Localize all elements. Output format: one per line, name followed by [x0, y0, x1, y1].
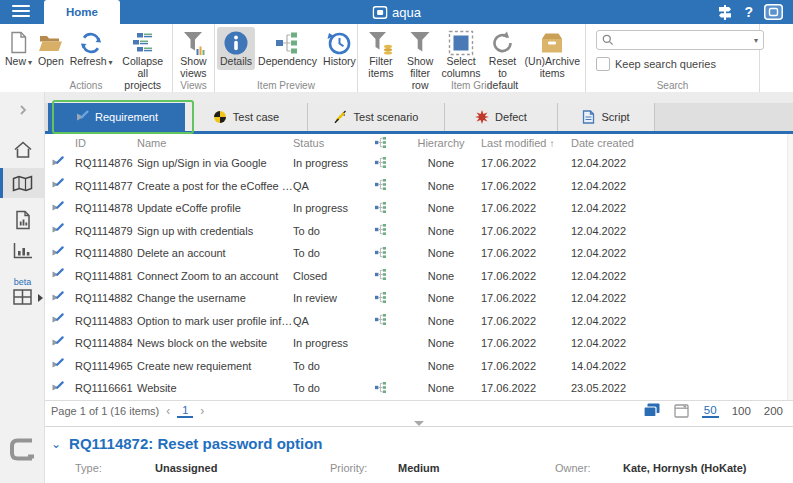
row-last-modified: 17.06.2022: [481, 202, 571, 214]
row-id: RQ1114882: [75, 292, 137, 304]
search-field[interactable]: ▾: [596, 30, 764, 50]
show-views-icon: [182, 29, 206, 56]
table-row[interactable]: RQ1114876 Sign up/Sign in via Google In …: [45, 152, 793, 175]
tab-script[interactable]: Script: [558, 103, 655, 131]
table-row[interactable]: RQ1114883 Option to mark user profile in…: [45, 310, 793, 333]
table-row[interactable]: RQ1114878 Update eCoffe profile In progr…: [45, 197, 793, 220]
table-row[interactable]: RQ1114877 Create a post for the eCoffee …: [45, 175, 793, 198]
page-size-50[interactable]: 50: [702, 404, 719, 418]
tab-home[interactable]: Home: [44, 0, 120, 24]
sidebar-expand-chevron-icon[interactable]: [0, 104, 45, 116]
search-input[interactable]: [614, 33, 754, 47]
row-last-modified: 17.06.2022: [481, 180, 571, 192]
tab-requirement[interactable]: Requirement: [48, 103, 185, 131]
copy-layers-icon[interactable]: [643, 403, 661, 418]
history-button[interactable]: History: [320, 27, 359, 70]
sidebar-item-projects[interactable]: [0, 175, 45, 192]
owner-value: Kate, Hornysh (HoKate): [623, 462, 746, 474]
details-label: Details: [220, 56, 252, 68]
column-header-hierarchy[interactable]: Hierarchy: [401, 137, 481, 149]
keep-search-queries-option[interactable]: Keep search queries: [596, 57, 751, 71]
row-hierarchy: None: [401, 270, 481, 282]
next-page-button[interactable]: ›: [200, 404, 204, 418]
row-requirement-icon: [51, 223, 75, 238]
page-size-100[interactable]: 100: [732, 405, 751, 417]
dependency-button[interactable]: Dependency: [255, 27, 320, 70]
sidebar-item-home[interactable]: [0, 140, 45, 159]
table-row[interactable]: RQ1114884 News block on the website In p…: [45, 332, 793, 355]
vertical-scrollbar[interactable]: [787, 134, 793, 400]
filter-items-button[interactable]: Filter items: [360, 27, 402, 82]
page-size-200[interactable]: 200: [764, 405, 783, 417]
search-dropdown-caret[interactable]: ▾: [754, 36, 758, 45]
new-button[interactable]: New▾: [2, 27, 35, 70]
row-name: Change the username: [137, 292, 293, 304]
top-bar: Home aqua ?: [0, 0, 793, 24]
aqua-badge-icon[interactable]: [764, 4, 783, 20]
dependency-column-icon: [375, 137, 387, 148]
column-header-id[interactable]: ID: [75, 137, 137, 149]
new-label: New: [5, 55, 26, 67]
tab-test-case-label: Test case: [233, 111, 279, 123]
table-row[interactable]: RQ1116661 Website To do None 17.06.2022 …: [45, 377, 793, 400]
table-row[interactable]: RQ1114881 Connect Zoom to an account Clo…: [45, 265, 793, 288]
table-row[interactable]: RQ1114965 Create new requiement To do No…: [45, 355, 793, 378]
sidebar-item-reports[interactable]: [0, 210, 45, 230]
row-date-created: 12.04.2022: [571, 225, 663, 237]
signpost-icon[interactable]: [717, 5, 733, 20]
row-requirement-icon: [51, 336, 75, 351]
last-modified-label: Last modified: [481, 137, 546, 149]
group-label-actions: Actions: [0, 80, 172, 91]
row-id: RQ1116661: [75, 382, 137, 394]
sidebar-item-analytics[interactable]: [0, 242, 45, 259]
pagination-bar: Page 1 of 1 (16 items) ‹ 1 › 50 100 200: [45, 400, 793, 420]
table-row[interactable]: RQ1114879 Sign up with credentials To do…: [45, 220, 793, 243]
grid-table-icon: [13, 289, 32, 305]
table-row[interactable]: RQ1114882 Change the username In review …: [45, 287, 793, 310]
tab-defect-label: Defect: [495, 111, 527, 123]
prev-page-button[interactable]: ‹: [166, 404, 170, 418]
tray-icon[interactable]: [674, 404, 689, 418]
tab-test-scenario[interactable]: Test scenario: [308, 103, 445, 131]
help-icon[interactable]: ?: [744, 4, 753, 20]
tab-defect[interactable]: Defect: [445, 103, 558, 131]
row-hierarchy: None: [401, 292, 481, 304]
row-status: To do: [293, 225, 361, 237]
details-button[interactable]: Details: [217, 27, 255, 70]
ribbon-group-search: ▾ Keep search queries Search: [586, 24, 760, 92]
open-button[interactable]: Open: [35, 27, 67, 70]
detail-field-type: Type: Unassigned: [75, 462, 330, 474]
row-date-created: 12.04.2022: [571, 180, 663, 192]
keep-search-queries-label: Keep search queries: [615, 58, 716, 70]
column-header-status[interactable]: Status: [293, 137, 361, 149]
row-hierarchy: None: [401, 382, 481, 394]
refresh-icon: [79, 29, 103, 56]
sort-ascending-icon: ↑: [549, 138, 554, 149]
row-dependency-cell: [361, 224, 401, 237]
history-label: History: [323, 56, 356, 68]
refresh-button[interactable]: Refresh▾: [67, 27, 116, 70]
sidebar-flyout-handle-icon[interactable]: [38, 294, 43, 302]
select-columns-label: Select columns: [441, 56, 480, 80]
tab-test-case[interactable]: Test case: [185, 103, 308, 131]
keep-search-queries-checkbox[interactable]: [596, 57, 610, 71]
detail-collapse-chevron-icon[interactable]: ⌄: [51, 437, 61, 451]
hamburger-menu-icon[interactable]: [12, 5, 30, 19]
select-columns-button[interactable]: Select columns: [438, 27, 483, 82]
unarchive-items-button[interactable]: (Un)Archive items: [522, 27, 583, 82]
row-dependency-cell: [361, 314, 401, 327]
column-header-last-modified[interactable]: Last modified↑: [481, 137, 571, 149]
table-row[interactable]: RQ1114880 Delete an account To do None 1…: [45, 242, 793, 265]
column-header-dependency[interactable]: [361, 137, 401, 150]
column-header-date-created[interactable]: Date created: [571, 137, 663, 149]
row-id: RQ1114965: [75, 360, 137, 372]
ribbon-group-item-preview: Details Dependency History Item Preview: [215, 24, 358, 92]
row-date-created: 14.04.2022: [571, 360, 663, 372]
owner-label: Owner:: [555, 462, 623, 474]
row-id: RQ1114877: [75, 180, 137, 192]
row-dependency-cell: [361, 179, 401, 192]
column-header-name[interactable]: Name: [137, 137, 293, 149]
show-views-button[interactable]: Show views: [175, 27, 212, 82]
row-dependency-cell: [361, 202, 401, 215]
page-number-1[interactable]: 1: [177, 404, 193, 418]
